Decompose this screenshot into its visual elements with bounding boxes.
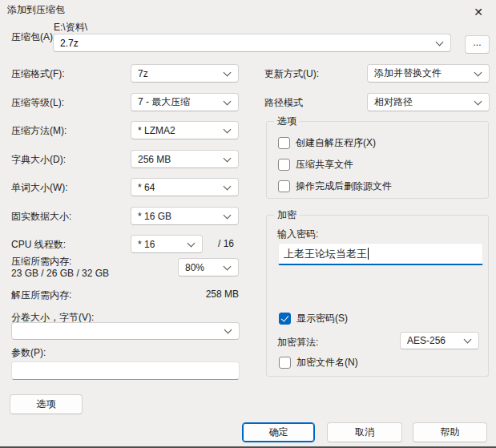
encryption-method-combobox[interactable]: AES-256 (400, 332, 479, 349)
solid-block-combobox[interactable]: * 16 GB (131, 207, 239, 225)
text-caret (368, 248, 369, 260)
checkbox-delete-after[interactable]: 操作完成后删除源文件 (278, 180, 392, 193)
options-button[interactable]: 选项 (10, 394, 83, 414)
browse-button-label: ... (473, 37, 481, 48)
update-mode-combobox[interactable]: 添加并替换文件 (367, 64, 490, 83)
checkbox-show-password[interactable]: 显示密码(S) (279, 312, 348, 325)
options-group-title: 选项 (274, 115, 300, 127)
checkbox-box[interactable] (278, 137, 290, 149)
chevron-down-icon (464, 336, 472, 344)
options-group: 选项 创建自解压程序(X) 压缩共享文件 操作完成后删除源文件 (266, 121, 489, 199)
archive-name-combobox[interactable] (53, 34, 451, 52)
encryption-group: 加密 输入密码: 上老王论坛当老王 显示密码(S) 加密算法: AES-256 … (266, 215, 489, 377)
password-label: 输入密码: (277, 228, 318, 241)
cpu-threads-combobox[interactable]: * 16 (131, 235, 203, 253)
add-to-archive-dialog: 添加到压缩包 ✕ 压缩包(A) E:\资料\ ... 压缩格式(F): 7z 压… (0, 0, 496, 448)
close-button[interactable]: ✕ (466, 2, 491, 22)
format-label: 压缩格式(F): (11, 67, 65, 81)
archive-directory: E:\资料\ (54, 21, 87, 34)
password-input[interactable]: 上老王论坛当老王 (278, 243, 483, 265)
ok-button[interactable]: 确定 (242, 422, 315, 442)
dictionary-label: 字典大小(D): (11, 153, 66, 167)
chevron-down-icon (188, 239, 196, 247)
cpu-threads-max: / 16 (218, 238, 234, 249)
checkbox-box[interactable] (279, 313, 291, 325)
path-mode-label: 路径模式 (264, 96, 303, 110)
chevron-down-icon (224, 125, 232, 133)
memory-decompress-label: 解压所需内存: (11, 289, 71, 302)
checkbox-box[interactable] (278, 159, 290, 171)
memory-decompress-value: 258 MB (160, 289, 239, 300)
level-label: 压缩等级(L): (11, 96, 64, 110)
memory-compress-label: 压缩所需内存: (11, 255, 71, 268)
method-label: 压缩方法(M): (11, 124, 67, 138)
chevron-down-icon (224, 326, 232, 334)
chevron-down-icon (224, 262, 232, 270)
password-value: 上老王论坛当老王 (284, 247, 367, 261)
volume-size-input[interactable] (18, 325, 220, 337)
path-mode-combobox[interactable]: 相对路径 (367, 93, 490, 111)
help-button[interactable]: 帮助 (413, 422, 487, 442)
cpu-threads-label: CPU 线程数: (11, 238, 66, 252)
close-icon: ✕ (474, 6, 483, 18)
chevron-down-icon (436, 38, 444, 46)
chevron-down-icon (474, 68, 482, 76)
archive-label: 压缩包(A) (11, 30, 53, 44)
encryption-group-title: 加密 (274, 209, 300, 221)
chevron-down-icon (224, 68, 232, 76)
checkbox-compress-shared[interactable]: 压缩共享文件 (278, 158, 353, 172)
dictionary-combobox[interactable]: 256 MB (131, 150, 239, 168)
encryption-method-label: 加密算法: (277, 336, 318, 349)
cancel-button[interactable]: 取消 (327, 422, 402, 442)
archive-name-input[interactable] (60, 38, 431, 49)
format-combobox[interactable]: 7z (131, 64, 239, 83)
method-combobox[interactable]: * LZMA2 (131, 121, 239, 139)
parameters-input[interactable] (11, 361, 240, 380)
chevron-down-icon (224, 211, 232, 219)
checkbox-create-sfx[interactable]: 创建自解压程序(X) (278, 136, 376, 150)
chevron-down-icon (474, 97, 482, 105)
checkbox-box[interactable] (279, 357, 291, 369)
volume-size-combobox[interactable] (11, 322, 240, 340)
window-title: 添加到压缩包 (7, 3, 65, 17)
chevron-down-icon (224, 154, 232, 162)
checkbox-box[interactable] (278, 180, 290, 192)
memory-compress-detail: 23 GB / 26 GB / 32 GB (11, 268, 109, 279)
memory-percent-combobox[interactable]: 80% (178, 258, 239, 276)
level-combobox[interactable]: 7 - 最大压缩 (131, 93, 239, 111)
chevron-down-icon (224, 97, 232, 105)
word-size-label: 单词大小(W): (11, 181, 68, 195)
chevron-down-icon (224, 182, 232, 190)
word-size-combobox[interactable]: * 64 (131, 178, 239, 196)
parameters-label: 参数(P): (11, 346, 46, 360)
solid-block-label: 固实数据大小: (11, 210, 71, 224)
checkbox-encrypt-filenames[interactable]: 加密文件名(N) (279, 356, 358, 369)
browse-button[interactable]: ... (465, 35, 490, 54)
update-mode-label: 更新方式(U): (264, 67, 319, 81)
